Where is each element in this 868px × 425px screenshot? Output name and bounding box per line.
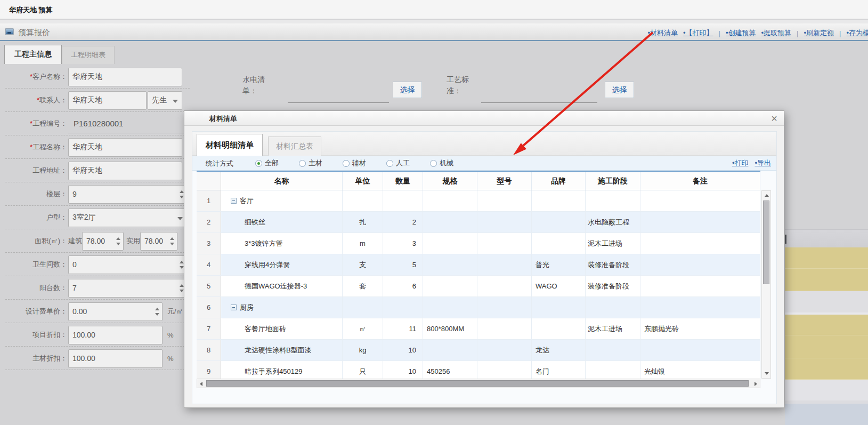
toolbar-link[interactable]: •材料清单 [647,28,678,38]
cell-remark [640,233,760,254]
toolbar-link[interactable]: •刷新定额 [804,28,834,38]
spinner-input[interactable]: 0.00 [68,302,163,321]
spinner-input[interactable]: 9 [68,185,187,204]
text-input[interactable]: 华府天地 [68,138,182,157]
filter-row: 统计方式 全部主材辅材人工机械 •打印•导出 [192,156,776,171]
collapse-icon[interactable] [231,304,237,310]
text-input[interactable]: 100.00 [68,326,163,344]
radio-option[interactable]: 辅材 [343,158,366,168]
cell-remark [640,190,760,211]
cell-spec: 800*800MM [423,318,477,339]
craft-select-button[interactable]: 选择 [605,82,634,98]
radio-button[interactable] [299,160,306,167]
water-select-button[interactable]: 选择 [393,82,422,98]
text-input[interactable]: 华府天地 [68,162,182,180]
craft-standard-input[interactable] [481,102,597,103]
toolbar-link[interactable]: •创建预算 [726,28,756,38]
dialog-links: •打印•导出 [732,158,771,168]
form-row: 楼层：9 [5,182,190,206]
spin-down-icon[interactable] [180,266,184,269]
chevron-down-icon [173,100,178,103]
spinner-input[interactable]: 78.00 [82,232,124,251]
scroll-down-icon[interactable] [765,372,769,375]
tab-project-detail[interactable]: 工程明细表 [62,46,115,64]
text-input[interactable]: 华府天地 [68,91,147,110]
cell-brand: 龙达 [532,340,586,360]
dialog-link[interactable]: •打印 [732,158,749,168]
spin-up-icon[interactable] [116,237,120,240]
tab-material-summary[interactable]: 材料汇总表 [268,137,321,156]
separator: | [719,29,720,37]
field-label: 主材折扣： [5,347,67,370]
spinner-buttons[interactable] [180,186,184,203]
spin-down-icon[interactable] [155,313,159,316]
table-row[interactable]: 1客厅 [197,190,760,212]
table-row[interactable]: 33*3镀锌方管m3泥木工进场 [197,233,760,254]
table-row[interactable]: 5德国WAGO连接器-3套6WAGO装修准备阶段 [197,276,760,297]
radio-button[interactable] [386,160,393,167]
radio-button[interactable] [255,160,262,167]
field-label: 阳台数： [5,276,67,300]
scroll-up-icon[interactable] [765,194,769,197]
table-row[interactable]: 6厨房 [197,297,760,318]
spinner-buttons[interactable] [170,232,174,250]
spinner-buttons[interactable] [116,232,120,250]
cell-brand [532,212,586,232]
cell-qty: 11 [383,318,423,339]
spinner-buttons[interactable] [180,279,184,297]
radio-option[interactable]: 人工 [386,158,410,168]
tab-material-detail-list[interactable]: 材料明细清单 [197,134,263,156]
cell-qty: 6 [383,276,423,296]
spinner-buttons[interactable] [180,256,184,274]
text-input[interactable]: 100.00 [68,349,163,368]
field-area: 华府天地 [68,159,182,182]
spin-down-icon[interactable] [180,196,184,198]
radio-button[interactable] [430,160,437,167]
spin-down-icon[interactable] [170,243,174,245]
toolbar-link[interactable]: •提取预算 [761,28,792,38]
tab-project-main-info[interactable]: 工程主信息 [4,45,62,64]
spinner-buttons[interactable] [155,303,159,320]
filter-label: 统计方式 [206,159,233,169]
spin-down-icon[interactable] [180,290,184,292]
text-input[interactable]: 华府天地 [68,68,182,86]
cell-text: 德国WAGO连接器-3 [245,282,307,291]
radio-option[interactable]: 全部 [255,158,279,168]
table-row[interactable]: 8龙达硬性涂料B型面漆kg10龙达 [197,340,760,361]
dropdown-select[interactable]: 3室2厅 [68,209,187,227]
spin-up-icon[interactable] [180,261,184,263]
cell-unit: kg [343,340,383,360]
spinner-input[interactable]: 0 [68,255,187,274]
vertical-scroll-thumb[interactable] [763,201,769,284]
spinner-input[interactable]: 78.00 [140,232,177,251]
radio-option[interactable]: 机械 [430,158,453,168]
spin-up-icon[interactable] [155,308,159,310]
toolbar-link[interactable]: •【打印】 [683,28,713,38]
toolbar-link[interactable]: •存为模板 [846,28,868,38]
spin-down-icon[interactable] [116,243,120,245]
cell-remark: 光灿银 [640,361,760,379]
cell-stage [586,297,640,318]
bg-band [785,229,868,247]
scroll-left-icon[interactable] [200,382,202,386]
collapse-icon[interactable] [231,198,237,204]
spin-up-icon[interactable] [180,190,184,193]
radio-option[interactable]: 主材 [299,158,322,168]
horizontal-scrollbar[interactable] [197,379,760,388]
water-list-input[interactable] [288,102,389,103]
spin-up-icon[interactable] [180,284,184,287]
scroll-right-icon[interactable] [755,382,757,386]
table-row[interactable]: 2细铁丝扎2水电隐蔽工程 [197,212,760,233]
horizontal-scroll-thumb[interactable] [206,380,749,387]
close-icon[interactable]: × [771,111,777,125]
table-row[interactable]: 4穿线用4分弹簧支5普光装修准备阶段 [197,254,760,276]
radio-button[interactable] [343,160,350,167]
table-row[interactable]: 9暗拉手系列450129只10450256名门光灿银 [197,361,760,379]
spin-up-icon[interactable] [170,237,174,240]
table-row[interactable]: 7客餐厅地面砖㎡11800*800MM泥木工进场东鹏抛光砖 [197,318,760,340]
vertical-scrollbar[interactable] [761,190,771,379]
field-label: 面积(㎡)： [5,229,67,253]
dialog-link[interactable]: •导出 [755,158,771,168]
dropdown-select[interactable]: 先生 [148,91,182,110]
spinner-input[interactable]: 7 [68,279,187,298]
